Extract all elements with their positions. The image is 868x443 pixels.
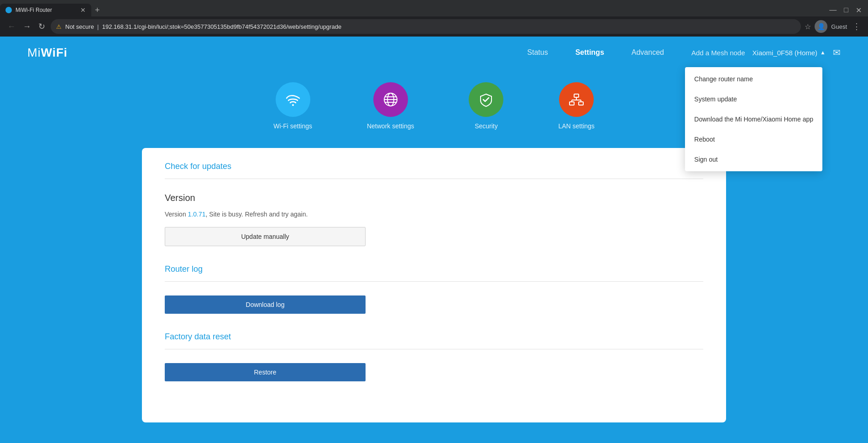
version-label: Version — [165, 193, 703, 203]
svg-rect-7 — [570, 102, 574, 105]
dropdown-change-router-name[interactable]: Change router name — [685, 69, 822, 89]
restore-button[interactable]: Restore — [165, 363, 366, 381]
version-number-link[interactable]: 1.0.71 — [188, 211, 206, 218]
dropdown-sign-out[interactable]: Sign out — [685, 149, 822, 169]
wifi-svg-icon — [284, 90, 302, 109]
dropdown-download-app[interactable]: Download the Mi Home/Xiaomi Home app — [685, 109, 822, 129]
logo: MiWiFi — [27, 46, 68, 60]
svg-point-0 — [292, 104, 294, 106]
address-bar[interactable]: ⚠ Not secure | 192.168.31.1/cgi-bin/luci… — [51, 19, 801, 34]
app-container: MiWiFi Status Settings Advanced Add a Me… — [0, 37, 868, 443]
network-icon-circle — [373, 82, 408, 117]
divider-2 — [165, 281, 703, 282]
new-tab-button[interactable]: + — [91, 5, 104, 15]
factory-reset-title[interactable]: Factory data reset — [165, 332, 703, 342]
address-text: Not secure | 192.168.31.1/cgi-bin/luci/;… — [65, 23, 795, 30]
active-tab: MiWi-Fi Router ✕ — [0, 4, 91, 16]
nav-status[interactable]: Status — [527, 48, 548, 57]
bookmark-button[interactable]: ☆ — [805, 22, 811, 31]
version-prefix: Version — [165, 211, 188, 218]
network-svg-icon — [382, 90, 400, 109]
security-svg-icon — [477, 90, 495, 109]
router-log-title[interactable]: Router log — [165, 264, 703, 274]
dropdown-menu: Change router name System update Downloa… — [685, 67, 822, 171]
browser-restore[interactable]: □ — [841, 5, 851, 15]
profile-name: Guest — [831, 23, 847, 30]
back-button[interactable]: ← — [5, 20, 17, 33]
lan-label: LAN settings — [558, 122, 594, 130]
factory-reset-section: Factory data reset Restore — [165, 332, 703, 381]
address-url: 192.168.31.1/cgi-bin/luci/;stok=50e35773… — [102, 23, 341, 30]
profile-avatar[interactable]: 👤 — [815, 20, 827, 33]
router-log-section: Router log Download log — [165, 264, 703, 314]
download-log-button[interactable]: Download log — [165, 295, 366, 314]
check-updates-title[interactable]: Check for updates — [165, 162, 703, 171]
update-manually-button[interactable]: Update manually — [165, 227, 366, 246]
settings-icon-lan[interactable]: LAN settings — [558, 82, 594, 130]
router-name-label: Xiaomi_0F58 (Home) — [753, 49, 818, 57]
browser-close[interactable]: ✕ — [853, 5, 864, 16]
chevron-up-icon: ▲ — [820, 49, 826, 56]
top-nav: MiWiFi Status Settings Advanced Add a Me… — [0, 37, 868, 69]
browser-chrome: MiWi-Fi Router ✕ + — □ ✕ ← → ↻ ⚠ Not sec… — [0, 0, 868, 37]
tab-title: MiWi-Fi Router — [16, 7, 77, 13]
svg-rect-8 — [579, 102, 583, 105]
check-updates-section: Check for updates Version Version 1.0.71… — [165, 162, 703, 246]
address-not-secure: Not secure — [65, 23, 94, 30]
settings-icon-wifi[interactable]: Wi-Fi settings — [273, 82, 312, 130]
dropdown-reboot[interactable]: Reboot — [685, 129, 822, 149]
version-suffix: , Site is busy. Refresh and try again. — [206, 211, 308, 218]
tab-close-button[interactable]: ✕ — [80, 6, 86, 14]
browser-minimize[interactable]: — — [826, 5, 839, 15]
security-label: Security — [475, 122, 498, 130]
add-mesh-node[interactable]: Add a Mesh node — [691, 49, 745, 57]
wifi-icon-circle — [276, 82, 310, 117]
svg-rect-6 — [574, 94, 579, 97]
reload-button[interactable]: ↻ — [37, 20, 47, 33]
wifi-label: Wi-Fi settings — [273, 122, 312, 130]
more-options-button[interactable]: ⋮ — [851, 20, 863, 33]
content-card: Check for updates Version Version 1.0.71… — [142, 148, 726, 422]
nav-links: Status Settings Advanced — [527, 48, 664, 57]
divider-3 — [165, 349, 703, 349]
settings-icon-network[interactable]: Network settings — [367, 82, 414, 130]
forward-button[interactable]: → — [21, 20, 33, 33]
tab-favicon — [5, 7, 12, 13]
divider-1 — [165, 179, 703, 179]
security-warning-icon: ⚠ — [56, 23, 62, 30]
dropdown-system-update[interactable]: System update — [685, 89, 822, 109]
version-text: Version 1.0.71, Site is busy. Refresh an… — [165, 211, 703, 218]
security-icon-circle — [469, 82, 503, 117]
lan-icon-circle — [559, 82, 594, 117]
right-area: Add a Mesh node Xiaomi_0F58 (Home) ▲ ✉ C… — [691, 47, 841, 58]
mail-icon[interactable]: ✉ — [833, 47, 841, 58]
nav-settings[interactable]: Settings — [575, 48, 604, 57]
network-label: Network settings — [367, 122, 414, 130]
browser-ext-controls: — □ ✕ — [826, 5, 868, 16]
settings-icon-security[interactable]: Security — [469, 82, 503, 130]
nav-advanced[interactable]: Advanced — [632, 48, 664, 57]
tab-bar: MiWi-Fi Router ✕ + — □ ✕ — [0, 0, 868, 16]
address-bar-row: ← → ↻ ⚠ Not secure | 192.168.31.1/cgi-bi… — [0, 16, 868, 37]
lan-svg-icon — [567, 90, 586, 109]
router-name-button[interactable]: Xiaomi_0F58 (Home) ▲ — [753, 49, 826, 57]
